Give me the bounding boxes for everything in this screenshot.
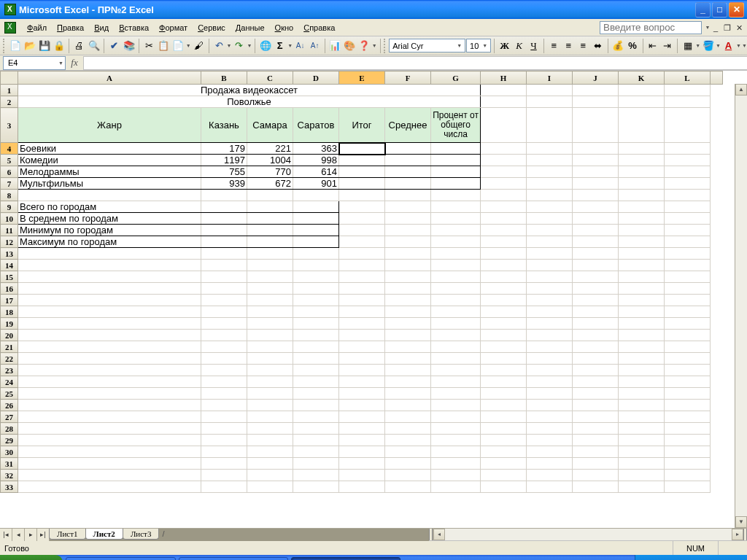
cell-B16[interactable]	[201, 283, 247, 295]
font-color-button[interactable]: A	[721, 38, 735, 54]
menu-файл[interactable]: Файл	[22, 21, 52, 34]
cell-E23[interactable]	[339, 365, 385, 376]
cell-A8[interactable]	[18, 190, 201, 201]
cell-J22[interactable]	[573, 353, 619, 365]
cell-C30[interactable]	[247, 446, 293, 458]
cell-E21[interactable]	[339, 341, 385, 353]
cell-F11[interactable]	[385, 225, 431, 236]
cell-E8[interactable]	[339, 190, 385, 201]
cell-D7[interactable]: 901	[293, 178, 339, 190]
cell-D24[interactable]	[293, 376, 339, 388]
cell-G32[interactable]	[431, 470, 481, 481]
cell-C5[interactable]: 1004	[247, 155, 293, 166]
cell-I13[interactable]	[527, 248, 573, 260]
align-right-button[interactable]: ≡	[576, 38, 590, 54]
cell-H3[interactable]	[481, 108, 527, 143]
help-search-input[interactable]	[600, 21, 702, 34]
cell-D15[interactable]	[293, 271, 339, 283]
cell-C16[interactable]	[247, 283, 293, 295]
cell-C3[interactable]: Самара	[247, 108, 293, 143]
cell-G27[interactable]	[431, 411, 481, 423]
cell-H21[interactable]	[481, 341, 527, 353]
drawing-button[interactable]: 🎨	[343, 38, 357, 54]
row-header-26[interactable]: 26	[1, 400, 18, 411]
cell-J21[interactable]	[573, 341, 619, 353]
cell-G14[interactable]	[431, 260, 481, 271]
cell-I8[interactable]	[527, 190, 573, 201]
cell-K27[interactable]	[619, 411, 665, 423]
row-header-28[interactable]: 28	[1, 423, 18, 435]
cell-A25[interactable]	[18, 388, 201, 400]
cell-A13[interactable]	[18, 248, 201, 260]
cell-I17[interactable]	[527, 295, 573, 306]
cell-J23[interactable]	[573, 365, 619, 376]
percent-button[interactable]: %	[626, 38, 640, 54]
cell-G28[interactable]	[431, 423, 481, 435]
cell-D33[interactable]	[293, 481, 339, 493]
cell-L23[interactable]	[665, 365, 711, 376]
cell-F29[interactable]	[385, 435, 431, 446]
cell-I4[interactable]	[527, 143, 573, 155]
cell-F6[interactable]	[385, 166, 431, 178]
cell-A18[interactable]	[18, 306, 201, 318]
cell-L29[interactable]	[665, 435, 711, 446]
menu-вид[interactable]: Вид	[89, 21, 114, 34]
cell-H5[interactable]	[481, 155, 527, 166]
cell-F22[interactable]	[385, 353, 431, 365]
preview-button[interactable]: 🔍	[87, 38, 101, 54]
cell-H14[interactable]	[481, 260, 527, 271]
cell-D6[interactable]: 614	[293, 166, 339, 178]
cell-L19[interactable]	[665, 318, 711, 330]
cell-E22[interactable]	[339, 353, 385, 365]
cell-E7[interactable]	[339, 178, 385, 190]
cell-H27[interactable]	[481, 411, 527, 423]
cell-D28[interactable]	[293, 423, 339, 435]
cell-C22[interactable]	[247, 353, 293, 365]
cell-G19[interactable]	[431, 318, 481, 330]
cell-F5[interactable]	[385, 155, 431, 166]
menu-формат[interactable]: Формат	[154, 21, 193, 34]
cell-K30[interactable]	[619, 446, 665, 458]
format-toolbar-options-icon[interactable]: ▼	[742, 43, 747, 48]
cell-F23[interactable]	[385, 365, 431, 376]
cell-J19[interactable]	[573, 318, 619, 330]
cell-I19[interactable]	[527, 318, 573, 330]
print-button[interactable]: 🖨	[72, 38, 86, 54]
tab-prev-button[interactable]: ◂	[12, 529, 25, 541]
cell-I27[interactable]	[527, 411, 573, 423]
cell-G21[interactable]	[431, 341, 481, 353]
cell-B7[interactable]: 939	[201, 178, 247, 190]
cell-I23[interactable]	[527, 365, 573, 376]
maximize-button[interactable]: □	[712, 2, 727, 18]
cell-K3[interactable]	[619, 108, 665, 143]
tab-last-button[interactable]: ▸|	[37, 529, 50, 541]
cell-F26[interactable]	[385, 400, 431, 411]
cell-K33[interactable]	[619, 481, 665, 493]
cell-C21[interactable]	[247, 341, 293, 353]
cell-K2[interactable]	[619, 96, 665, 108]
cell-H31[interactable]	[481, 458, 527, 470]
column-header-D[interactable]: D	[293, 71, 339, 85]
cell-J5[interactable]	[573, 155, 619, 166]
system-tray[interactable]: RU K 9:29	[635, 555, 747, 560]
hyperlink-button[interactable]: 🌐	[258, 38, 272, 54]
cell-K21[interactable]	[619, 341, 665, 353]
cell-G7[interactable]	[431, 178, 481, 190]
cell-H16[interactable]	[481, 283, 527, 295]
cell-F4[interactable]	[385, 143, 431, 155]
cell-J33[interactable]	[573, 481, 619, 493]
cell-A14[interactable]	[18, 260, 201, 271]
cell-F31[interactable]	[385, 458, 431, 470]
cell-E33[interactable]	[339, 481, 385, 493]
new-button[interactable]: 📄	[9, 38, 23, 54]
cell-J4[interactable]	[573, 143, 619, 155]
cell-C25[interactable]	[247, 388, 293, 400]
cell-I22[interactable]	[527, 353, 573, 365]
cell-F28[interactable]	[385, 423, 431, 435]
cell-H8[interactable]	[481, 190, 527, 201]
cell-E29[interactable]	[339, 435, 385, 446]
cell-E14[interactable]	[339, 260, 385, 271]
cell-C15[interactable]	[247, 271, 293, 283]
cell-G4[interactable]	[431, 143, 481, 155]
increase-indent-button[interactable]: ⇥	[660, 38, 674, 54]
